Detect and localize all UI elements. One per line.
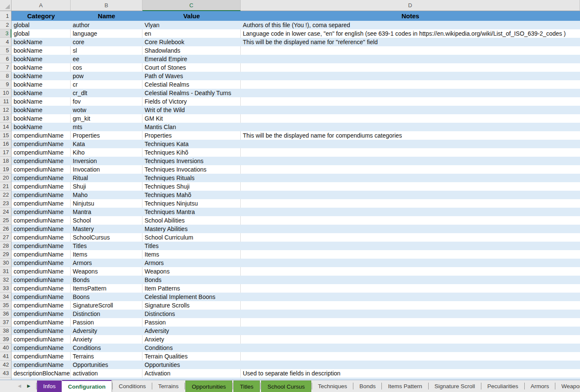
cell-notes[interactable]: [241, 182, 580, 191]
row-header-26[interactable]: 26: [0, 225, 11, 233]
row-header-6[interactable]: 6: [0, 55, 11, 63]
sheet-tab-conditions[interactable]: Conditions: [113, 380, 152, 392]
sheet-tab-techniques[interactable]: Techniques: [312, 380, 353, 392]
row-header-20[interactable]: 20: [0, 174, 11, 182]
cell-value[interactable]: Writ of the Wild: [142, 106, 241, 114]
cell-notes[interactable]: Language code in lower case, "en" for en…: [241, 29, 580, 38]
cell-notes[interactable]: [241, 97, 580, 106]
cell-category[interactable]: compendiumName: [11, 216, 71, 225]
column-header-D[interactable]: D: [241, 0, 580, 11]
cell-notes[interactable]: [241, 259, 580, 267]
cell-value[interactable]: Anxiety: [142, 335, 241, 344]
cell-category[interactable]: compendiumName: [11, 335, 71, 344]
row-header-8[interactable]: 8: [0, 72, 11, 80]
cell-name[interactable]: Terrains: [71, 352, 142, 361]
cell-category[interactable]: compendiumName: [11, 199, 71, 208]
sheet-tab-peculiarities[interactable]: Peculiarities: [481, 380, 524, 392]
cell-category[interactable]: compendiumName: [11, 131, 71, 140]
cell-name[interactable]: Weapons: [71, 267, 142, 276]
cell-notes[interactable]: [241, 148, 580, 157]
row-header-17[interactable]: 17: [0, 148, 11, 157]
header-name[interactable]: Name: [71, 11, 142, 21]
sheet-tab-opportunities[interactable]: Opportunities: [185, 381, 232, 392]
row-header-27[interactable]: 27: [0, 233, 11, 242]
cell-name[interactable]: Shuji: [71, 182, 142, 191]
cell-value[interactable]: School Curriculum: [142, 233, 241, 242]
cell-notes[interactable]: Authors of this file (You !), coma separ…: [241, 21, 580, 29]
cell-name[interactable]: cr_dlt: [71, 89, 142, 97]
cell-name[interactable]: mts: [71, 123, 142, 131]
cell-value[interactable]: Court of Stones: [142, 63, 241, 72]
cell-notes[interactable]: [241, 157, 580, 165]
cell-notes[interactable]: [241, 123, 580, 131]
row-header-10[interactable]: 10: [0, 89, 11, 97]
header-category[interactable]: Category: [11, 11, 71, 21]
sheet-tab-titles[interactable]: Titles: [233, 381, 260, 392]
cell-value[interactable]: Armors: [142, 259, 241, 267]
cell-value[interactable]: Item Patterns: [142, 284, 241, 293]
cell-notes[interactable]: [241, 140, 580, 148]
cell-notes[interactable]: [241, 327, 580, 335]
cell-name[interactable]: Properties: [71, 131, 142, 140]
row-header-35[interactable]: 35: [0, 301, 11, 310]
header-value[interactable]: Value: [142, 11, 241, 21]
row-header-18[interactable]: 18: [0, 157, 11, 165]
cell-value[interactable]: Adversity: [142, 327, 241, 335]
cell-value[interactable]: Celestial Realms - Deathly Turns: [142, 89, 241, 97]
cell-category[interactable]: compendiumName: [11, 191, 71, 199]
cell-notes[interactable]: [241, 55, 580, 63]
cell-name[interactable]: Adversity: [71, 327, 142, 335]
cell-name[interactable]: Anxiety: [71, 335, 142, 344]
cell-value[interactable]: Bonds: [142, 276, 241, 284]
cell-name[interactable]: Passion: [71, 318, 142, 327]
cell-notes[interactable]: This will be the displayed name for comp…: [241, 131, 580, 140]
cell-value[interactable]: Celestial Realms: [142, 80, 241, 89]
cell-notes[interactable]: [241, 344, 580, 352]
cell-category[interactable]: descriptionBlocName: [11, 369, 71, 378]
cell-value[interactable]: Fields of Victory: [142, 97, 241, 106]
row-header-2[interactable]: 2: [0, 21, 11, 29]
cell-value[interactable]: Properties: [142, 131, 241, 140]
cell-value[interactable]: Passion: [142, 318, 241, 327]
row-header-28[interactable]: 28: [0, 242, 11, 250]
cell-name[interactable]: Armors: [71, 259, 142, 267]
cell-category[interactable]: bookName: [11, 46, 71, 55]
sheet-tab-weapons[interactable]: Weapons: [555, 380, 580, 392]
cell-category[interactable]: compendiumName: [11, 293, 71, 301]
cell-value[interactable]: Opportunities: [142, 361, 241, 369]
cell-value[interactable]: Mastery Abilities: [142, 225, 241, 233]
row-header-4[interactable]: 4: [0, 38, 11, 46]
row-header-22[interactable]: 22: [0, 191, 11, 199]
cell-value[interactable]: Shadowlands: [142, 46, 241, 55]
cell-notes[interactable]: [241, 352, 580, 361]
row-header-1[interactable]: 1: [0, 11, 11, 21]
sheet-tab-bonds[interactable]: Bonds: [353, 380, 381, 392]
row-header-11[interactable]: 11: [0, 97, 11, 106]
cell-name[interactable]: author: [71, 21, 142, 29]
cell-name[interactable]: Mantra: [71, 208, 142, 216]
cell-value[interactable]: Core Rulebook: [142, 38, 241, 46]
row-header-12[interactable]: 12: [0, 106, 11, 114]
cell-notes[interactable]: [241, 233, 580, 242]
row-header-14[interactable]: 14: [0, 123, 11, 131]
cell-category[interactable]: compendiumName: [11, 250, 71, 259]
cell-value[interactable]: Titles: [142, 242, 241, 250]
cell-category[interactable]: bookName: [11, 89, 71, 97]
column-header-B[interactable]: B: [71, 0, 142, 11]
cell-category[interactable]: compendiumName: [11, 157, 71, 165]
row-header-9[interactable]: 9: [0, 80, 11, 89]
cell-category[interactable]: compendiumName: [11, 225, 71, 233]
cell-value[interactable]: Weapons: [142, 267, 241, 276]
cell-category[interactable]: compendiumName: [11, 327, 71, 335]
cell-value[interactable]: Techniques Mantra: [142, 208, 241, 216]
cell-name[interactable]: fov: [71, 97, 142, 106]
cell-category[interactable]: compendiumName: [11, 344, 71, 352]
cell-notes[interactable]: [241, 114, 580, 123]
cell-name[interactable]: pow: [71, 72, 142, 80]
cell-notes[interactable]: [241, 335, 580, 344]
sheet-tab-items-pattern[interactable]: Items Pattern: [382, 380, 428, 392]
row-header-40[interactable]: 40: [0, 344, 11, 352]
row-header-36[interactable]: 36: [0, 310, 11, 318]
tab-scroll-right-icon[interactable]: ▶: [27, 384, 31, 388]
cell-notes[interactable]: [241, 80, 580, 89]
